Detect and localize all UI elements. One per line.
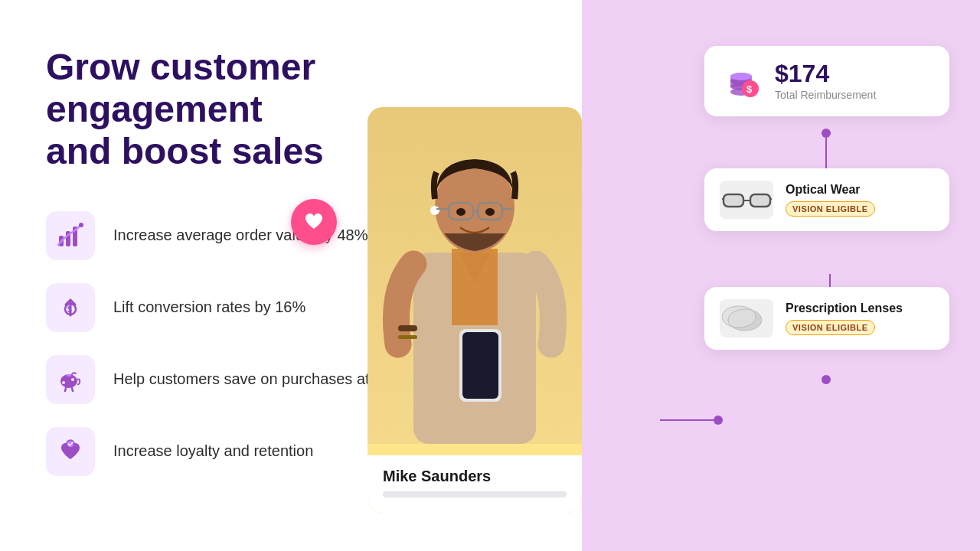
- svg-point-31: [730, 73, 752, 80]
- heart-icon: [303, 211, 325, 233]
- glasses-svg: [722, 188, 772, 211]
- connector-dot-person: [714, 416, 723, 425]
- svg-rect-40: [751, 195, 769, 206]
- reimbursement-amount: $174: [775, 61, 876, 86]
- feature-icon-wrap-loyalty: [46, 427, 95, 476]
- connector-horizontal: [660, 419, 721, 421]
- connector-line-v2: [829, 274, 831, 287]
- chart-icon: [57, 222, 84, 249]
- prescription-vision-badge: VISION ELIGIBLE: [786, 320, 875, 335]
- person-bar: [383, 491, 567, 497]
- svg-rect-39: [724, 195, 743, 206]
- svg-rect-24: [398, 325, 417, 331]
- lift-icon: $: [57, 294, 84, 321]
- svg-point-14: [430, 206, 439, 215]
- person-svg: [375, 122, 574, 444]
- title-line2: and boost sales: [46, 131, 324, 171]
- person-card: Mike Saunders: [368, 107, 582, 513]
- svg-point-3: [79, 223, 83, 227]
- svg-point-20: [456, 208, 466, 216]
- svg-point-7: [62, 381, 65, 384]
- connector-mid: [829, 274, 831, 287]
- svg-point-9: [71, 378, 74, 381]
- person-name: Mike Saunders: [383, 468, 567, 485]
- reimbursement-info: $174 Total Reimbursement: [775, 61, 876, 101]
- reimbursement-label: Total Reimbursement: [775, 89, 876, 101]
- optical-card: Optical Wear VISION ELIGIBLE: [704, 168, 949, 231]
- right-panel: $ $174 Total Reimbursement Op: [582, 0, 980, 551]
- piggy-icon: [57, 366, 84, 393]
- connector-dot-bottom: [822, 375, 831, 384]
- feature-text-conversion: Lift conversion rates by 16%: [113, 297, 305, 318]
- glasses-image: [720, 181, 773, 219]
- svg-rect-23: [462, 332, 498, 399]
- svg-rect-8: [67, 374, 71, 377]
- title-line1: Grow customer engagement: [46, 47, 315, 129]
- prescription-card: Prescription Lenses VISION ELIGIBLE: [704, 287, 949, 350]
- reimbursement-card: $ $174 Total Reimbursement: [704, 46, 949, 116]
- connector-bottom: [822, 375, 831, 384]
- lens-image: [720, 299, 773, 337]
- person-name-card: Mike Saunders: [368, 455, 582, 513]
- connector-dot-side: [714, 416, 723, 425]
- feature-icon-wrap-chart: [46, 211, 95, 260]
- prescription-product-name: Prescription Lenses: [786, 302, 934, 315]
- feature-icon-wrap-piggy: [46, 355, 95, 404]
- loyalty-icon: [57, 438, 84, 465]
- connector-dot-1: [822, 129, 831, 138]
- heart-badge: [291, 199, 337, 245]
- optical-product-name: Optical Wear: [786, 183, 934, 197]
- svg-text:$: $: [67, 305, 72, 314]
- optical-product-info: Optical Wear VISION ELIGIBLE: [786, 183, 934, 217]
- svg-point-21: [485, 208, 495, 216]
- feature-icon-wrap-lift: $: [46, 283, 95, 332]
- lens-svg: [722, 303, 772, 334]
- prescription-product-info: Prescription Lenses VISION ELIGIBLE: [786, 302, 934, 335]
- left-panel: Grow customer engagement and boost sales…: [0, 0, 582, 551]
- svg-rect-25: [398, 335, 417, 339]
- coins-icon: $: [723, 61, 763, 101]
- svg-text:$: $: [746, 83, 753, 95]
- optical-vision-badge: VISION ELIGIBLE: [786, 201, 875, 217]
- person-photo: [368, 107, 582, 444]
- feature-text-loyalty: Increase loyalty and retention: [113, 441, 313, 461]
- svg-rect-12: [452, 249, 498, 325]
